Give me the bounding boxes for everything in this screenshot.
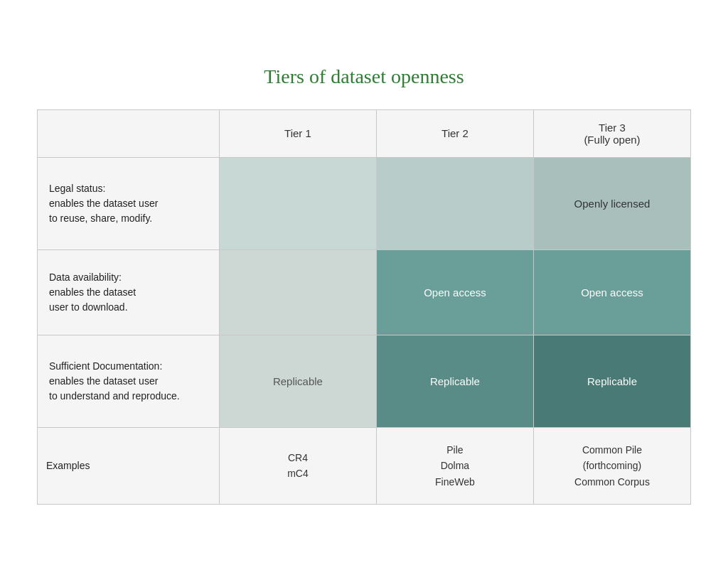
- availability-tier2-cell: Open access: [376, 249, 533, 335]
- legal-tier2-cell: [376, 157, 533, 249]
- header-tier3: Tier 3 (Fully open): [533, 109, 690, 157]
- header-tier3-line2: (Fully open): [584, 134, 640, 146]
- examples-tier3-cell: Common Pile (forthcoming) Common Corpus: [533, 427, 690, 504]
- availability-tier1-cell: [219, 249, 376, 335]
- documentation-tier2-cell: Replicable: [376, 335, 533, 427]
- examples-tier1-cell: CR4 mC4: [219, 427, 376, 504]
- page-container: Tiers of dataset openness Tier 1 Tier 2 …: [23, 44, 705, 526]
- documentation-label: Sufficient Documentation: enables the da…: [38, 335, 220, 427]
- availability-row: Data availability: enables the dataset u…: [38, 249, 691, 335]
- legal-label: Legal status: enables the dataset user t…: [38, 157, 220, 249]
- examples-label: Examples: [38, 427, 220, 504]
- documentation-tier3-cell: Replicable: [533, 335, 690, 427]
- header-label-col: [38, 109, 220, 157]
- examples-row: Examples CR4 mC4 Pile Dolma FineWeb Comm…: [38, 427, 691, 504]
- documentation-row: Sufficient Documentation: enables the da…: [38, 335, 691, 427]
- availability-label: Data availability: enables the dataset u…: [38, 249, 220, 335]
- header-tier2: Tier 2: [376, 109, 533, 157]
- legal-tier3-cell: Openly licensed: [533, 157, 690, 249]
- legal-tier1-cell: [219, 157, 376, 249]
- availability-tier3-cell: Open access: [533, 249, 690, 335]
- examples-tier2-cell: Pile Dolma FineWeb: [376, 427, 533, 504]
- header-tier1: Tier 1: [219, 109, 376, 157]
- page-title: Tiers of dataset openness: [37, 65, 691, 88]
- documentation-tier1-cell: Replicable: [219, 335, 376, 427]
- header-row: Tier 1 Tier 2 Tier 3 (Fully open): [38, 109, 691, 157]
- legal-row: Legal status: enables the dataset user t…: [38, 157, 691, 249]
- openness-table: Tier 1 Tier 2 Tier 3 (Fully open) Legal …: [37, 109, 691, 505]
- header-tier3-line1: Tier 3: [599, 122, 626, 134]
